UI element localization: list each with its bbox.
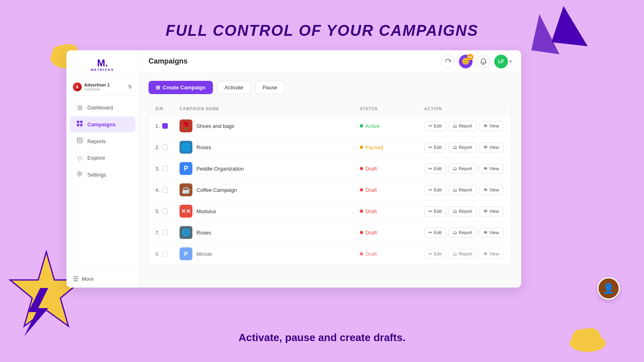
page-title: FULL CONTROL OF YOUR CAMPAIGNS — [165, 22, 478, 39]
report-button[interactable]: 🗂 Report — [448, 121, 477, 131]
row-checkbox[interactable] — [162, 208, 168, 214]
sidebar-item-settings[interactable]: Settings — [70, 167, 135, 183]
edit-button[interactable]: ✏ Edit — [424, 228, 446, 238]
create-icon: ⊞ — [156, 84, 160, 90]
edit-icon: ✏ — [429, 187, 432, 193]
activate-button[interactable]: Activate — [217, 81, 251, 94]
ui-card: M. METRICKS A Advertiser 1 Advertiser ⇅ … — [66, 50, 521, 288]
campaign-thumb: P — [180, 247, 192, 260]
sidebar-item-campaigns[interactable]: Campaigns — [70, 116, 135, 132]
report-button[interactable]: 🗂 Report — [448, 164, 477, 174]
status-text: Draft — [365, 251, 377, 257]
status-dot — [360, 231, 363, 234]
sort-icon[interactable]: ⇅ — [128, 84, 132, 90]
action-cell: ✏ Edit 🗂 Report 👁 View — [424, 206, 505, 216]
view-button[interactable]: 👁 View — [479, 249, 504, 259]
edit-button[interactable]: ✏ Edit — [424, 142, 446, 152]
report-icon: 🗂 — [453, 230, 457, 235]
sidebar-item-reports[interactable]: Reports — [70, 133, 135, 149]
campaign-name: Roses — [196, 144, 211, 150]
page-subtitle: Activate, pause and create drafts. — [239, 331, 406, 344]
svg-point-11 — [580, 328, 596, 344]
user-avatar[interactable]: LF — [494, 55, 508, 68]
row-checkbox[interactable] — [162, 230, 168, 235]
refresh-button[interactable] — [441, 55, 455, 68]
row-number: 3. — [155, 166, 160, 172]
sidebar-item-label: Reports — [87, 138, 106, 144]
dashboard-icon: ⊞ — [76, 104, 83, 111]
user-dropdown-arrow: ▾ — [510, 59, 512, 64]
pause-button[interactable]: Pause — [255, 81, 285, 94]
view-button[interactable]: 👁 View — [479, 185, 504, 195]
report-button[interactable]: 🗂 Report — [448, 228, 477, 238]
view-button[interactable]: 👁 View — [479, 121, 504, 131]
row-number: 7. — [155, 230, 160, 236]
action-cell: ✏ Edit 🗂 Report 👁 View — [424, 121, 505, 131]
status-dot — [360, 210, 363, 213]
sn-cell: 8. — [155, 251, 180, 257]
status-text: Active — [365, 123, 380, 129]
create-campaign-button[interactable]: ⊞ Create Campaign — [149, 81, 213, 94]
chat-badge: 54 — [467, 54, 473, 60]
status-cell: Paused — [360, 144, 424, 150]
report-button[interactable]: 🗂 Report — [448, 249, 477, 259]
view-icon: 👁 — [483, 145, 488, 150]
view-icon: 👁 — [483, 187, 488, 192]
content-area: ⊞ Create Campaign Activate Pause S/N CAM… — [139, 73, 521, 288]
campaign-name: Modulux — [196, 208, 216, 214]
report-icon: 🗂 — [453, 187, 457, 192]
report-button[interactable]: 🗂 Report — [448, 206, 477, 216]
edit-button[interactable]: ✏ Edit — [424, 164, 446, 174]
main-content: Campaigns 😊 54 — [139, 50, 521, 288]
view-button[interactable]: 👁 View — [479, 228, 504, 238]
edit-button[interactable]: ✏ Edit — [424, 185, 446, 195]
view-button[interactable]: 👁 View — [479, 206, 504, 216]
campaign-name-cell: P Peddle Organization — [180, 162, 360, 175]
edit-icon: ✏ — [429, 230, 432, 235]
table-row: 5. ✕✕ Modulux Draft ✏ Edit 🗂 Report — [149, 201, 511, 222]
row-checkbox[interactable] — [162, 166, 168, 171]
advertiser-name: Advertiser 1 — [84, 82, 126, 87]
row-checkbox[interactable] — [162, 123, 168, 129]
sidebar-item-explore[interactable]: ◇ Explore — [70, 150, 135, 166]
sn-cell: 3. — [155, 166, 180, 172]
edit-button[interactable]: ✏ Edit — [424, 249, 446, 259]
campaign-name-cell: P Minute — [180, 247, 360, 260]
row-checkbox[interactable] — [162, 144, 168, 150]
view-button[interactable]: 👁 View — [479, 164, 504, 174]
status-dot — [360, 146, 363, 149]
chat-button[interactable]: 😊 54 — [459, 55, 473, 68]
col-sn: S/N — [155, 107, 180, 111]
view-icon: 👁 — [483, 209, 488, 214]
sidebar-item-dashboard[interactable]: ⊞ Dashboard — [70, 100, 135, 115]
advertiser-row[interactable]: A Advertiser 1 Advertiser ⇅ — [66, 78, 138, 96]
view-icon: 👁 — [483, 230, 488, 235]
campaign-name-cell: 🌹 Shoes and bags — [180, 119, 360, 132]
advertiser-avatar: A — [73, 82, 82, 91]
more-button[interactable]: ☰ More — [66, 270, 138, 288]
report-icon: 🗂 — [453, 209, 457, 214]
row-number: 1. — [155, 123, 160, 129]
report-button[interactable]: 🗂 Report — [448, 185, 477, 195]
edit-button[interactable]: ✏ Edit — [424, 121, 446, 131]
logo-icon: M. — [97, 58, 108, 68]
edit-button[interactable]: ✏ Edit — [424, 206, 446, 216]
col-action: ACTION — [424, 107, 505, 111]
campaign-thumb: ☕ — [180, 183, 192, 196]
user-menu[interactable]: LF ▾ — [494, 55, 512, 68]
sidebar-item-label: Explore — [87, 155, 105, 161]
status-cell: Draft — [360, 187, 424, 193]
row-checkbox[interactable] — [162, 251, 168, 257]
sidebar-item-label: Settings — [87, 172, 106, 178]
status-cell: Draft — [360, 208, 424, 214]
status-cell: Draft — [360, 251, 424, 257]
view-button[interactable]: 👁 View — [479, 142, 504, 152]
notification-button[interactable] — [477, 55, 490, 68]
campaign-name: Roses — [196, 230, 211, 236]
profile-circle: 👤 — [597, 277, 620, 300]
topbar-title: Campaigns — [149, 57, 188, 66]
edit-icon: ✏ — [429, 123, 432, 129]
report-button[interactable]: 🗂 Report — [448, 142, 477, 152]
status-dot — [360, 188, 363, 191]
row-checkbox[interactable] — [162, 187, 168, 193]
